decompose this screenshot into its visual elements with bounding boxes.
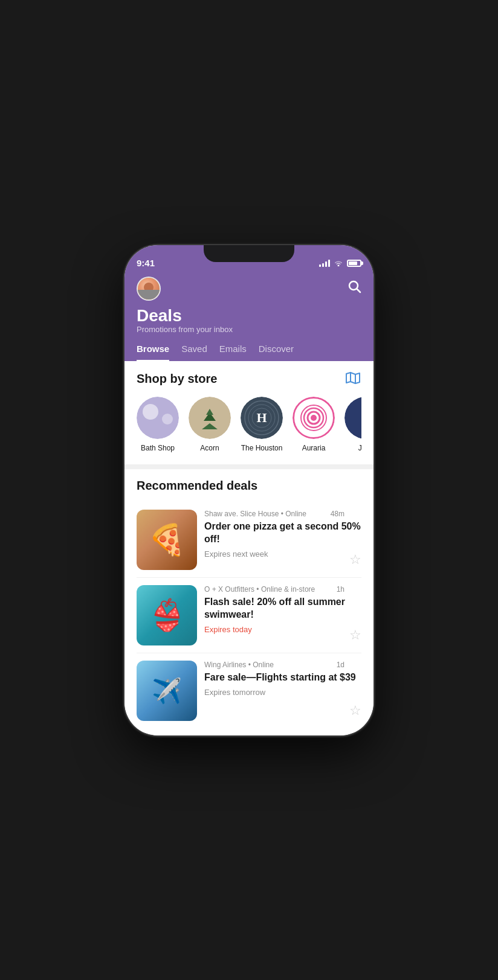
save-deal-flights-button[interactable]: ☆ [349,703,361,719]
store-name-houston: The Houston [241,444,283,452]
wifi-icon [334,259,343,268]
store-logo-houston: H [241,397,283,439]
battery-icon [347,260,361,267]
store-name-auraria: Auraria [302,444,326,452]
store-logo-jack [344,397,361,439]
status-time: 9:41 [137,258,155,268]
deal-item-flights[interactable]: Wing Airlines • Online 1d Fare sale—Flig… [137,653,361,728]
page-title: Deals [137,307,361,325]
map-button[interactable] [344,371,361,387]
store-name-jack: Jack [358,444,361,452]
main-content: Shop by store [124,361,373,735]
tab-saved[interactable]: Saved [181,344,207,361]
stores-list: Bath Shop [137,397,361,455]
store-logo-acorn [189,397,231,439]
search-button[interactable] [348,280,361,297]
deal-expiry-pizza: Expires next week [204,549,361,559]
status-icons [319,259,361,268]
deal-expiry-swimwear: Expires today [204,625,361,634]
store-logo-auraria [293,397,335,439]
deal-info-swimwear: O + X Outfitters • Online & in-store 1h … [204,585,361,645]
tab-browse[interactable]: Browse [137,344,169,361]
deal-expiry-flights: Expires tomorrow [204,688,361,697]
svg-point-11 [311,415,317,421]
tab-discover[interactable]: Discover [259,344,294,361]
phone-screen: 9:41 [124,245,373,735]
svg-point-4 [355,375,356,376]
header: Deals Promotions from your inbox Browse … [124,272,373,362]
save-deal-swimwear-button[interactable]: ☆ [349,627,361,643]
deal-time-pizza: 48m [331,510,344,518]
shop-by-store-section: Shop by store [124,361,373,464]
save-deal-pizza-button[interactable]: ☆ [349,552,361,568]
store-name-bath-shop: Bath Shop [141,444,175,452]
store-item-houston[interactable]: H The Houston [241,397,283,452]
signal-bars-icon [319,260,330,267]
store-item-jack[interactable]: Jack [344,397,361,452]
svg-line-1 [357,289,361,292]
deal-info-flights: Wing Airlines • Online 1d Fare sale—Flig… [204,661,361,721]
tabs: Browse Saved Emails Discover [137,344,361,361]
deal-item-swimwear[interactable]: O + X Outfitters • Online & in-store 1h … [137,578,361,653]
deal-time-swimwear: 1h [337,585,344,594]
deal-source-swimwear: O + X Outfitters • Online & in-store [204,585,315,594]
deal-image-pizza [137,510,197,570]
deal-image-flights [137,661,197,721]
store-logo-bath-shop [137,397,179,439]
deal-title-flights: Fare sale—Flights starting at $39 [204,671,361,684]
deal-title-pizza: Order one pizza get a second 50% off! [204,520,361,546]
page-subtitle: Promotions from your inbox [137,325,361,334]
store-item-auraria[interactable]: Auraria [293,397,335,452]
store-item-bath-shop[interactable]: Bath Shop [137,397,179,452]
section-divider [124,464,373,469]
notch [204,245,294,262]
deal-title-swimwear: Flash sale! 20% off all summer swimwear! [204,596,361,621]
store-item-acorn[interactable]: Acorn [189,397,231,452]
store-name-acorn: Acorn [200,444,219,452]
deal-time-flights: 1d [337,661,344,669]
deal-info-pizza: Shaw ave. Slice House • Online 48m Order… [204,510,361,570]
deal-source-pizza: Shaw ave. Slice House • Online [204,510,306,518]
deal-image-swimwear [137,585,197,645]
avatar[interactable] [137,277,161,301]
deal-item-pizza[interactable]: Shaw ave. Slice House • Online 48m Order… [137,502,361,578]
tab-emails[interactable]: Emails [219,344,247,361]
svg-marker-5 [202,423,218,429]
recommended-deals-title: Recommended deals [137,479,361,493]
phone-frame: 9:41 [124,245,373,735]
svg-marker-7 [206,409,213,415]
recommended-deals-section: Recommended deals Shaw ave. Slice House … [124,469,373,735]
deal-source-flights: Wing Airlines • Online [204,661,274,669]
shop-by-store-title: Shop by store [137,372,217,386]
